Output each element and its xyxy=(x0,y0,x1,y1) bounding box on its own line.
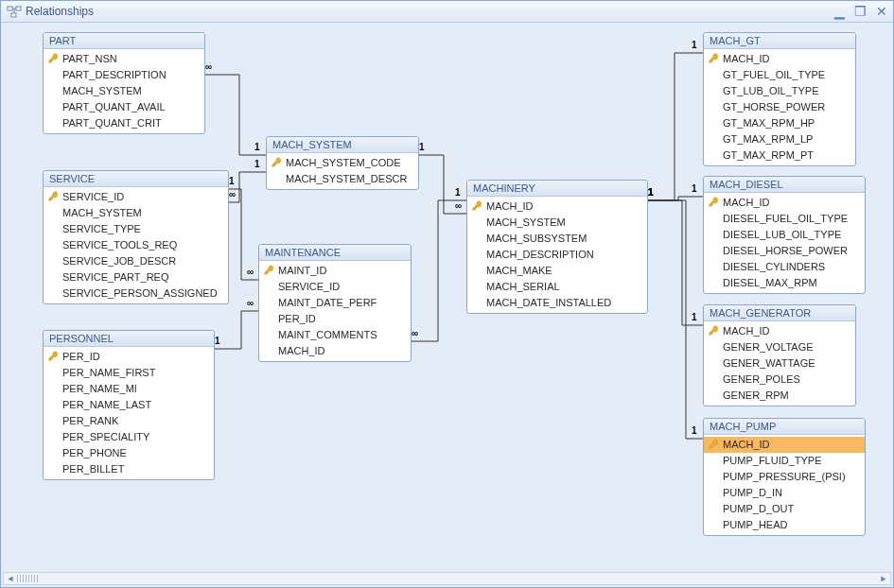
table-header[interactable]: MACH_GT xyxy=(704,33,855,49)
field-row[interactable]: SERVICE_TOOLS_REQ xyxy=(44,237,228,253)
horizontal-scrollbar[interactable]: ◄ ► xyxy=(3,572,891,585)
close-button[interactable]: ✕ xyxy=(876,5,887,18)
field-row[interactable]: MAINT_DATE_PERF xyxy=(259,295,411,311)
field-row[interactable]: GT_LUB_OIL_TYPE xyxy=(704,83,855,99)
field-name: MACH_SUBSYSTEM xyxy=(486,233,587,244)
table-body: MACH_IDGT_FUEL_OIL_TYPEGT_LUB_OIL_TYPEGT… xyxy=(704,49,855,165)
field-row[interactable]: MACH_SYSTEM xyxy=(44,83,204,99)
table-mach_generator[interactable]: MACH_GENERATORMACH_IDGENER_VOLTAGEGENER_… xyxy=(703,304,856,406)
table-header[interactable]: MACH_GENERATOR xyxy=(704,305,855,321)
field-row[interactable]: SERVICE_ID xyxy=(44,189,228,205)
field-row[interactable]: MACH_SYSTEM xyxy=(467,215,647,231)
field-row[interactable]: PER_NAME_LAST xyxy=(44,397,214,413)
titlebar[interactable]: Relationships ▁ ❐ ✕ xyxy=(1,1,893,23)
field-row[interactable]: MAINT_ID xyxy=(259,263,411,279)
field-row[interactable]: PART_NSN xyxy=(44,51,204,67)
field-row[interactable]: GT_MAX_RPM_LP xyxy=(704,131,855,147)
cardinality-label: ∞ xyxy=(455,200,462,211)
table-header[interactable]: MAINTENANCE xyxy=(259,245,411,261)
field-name: SERVICE_PART_REQ xyxy=(62,271,169,283)
field-row[interactable]: PART_DESCRIPTION xyxy=(44,67,204,83)
field-row[interactable]: MACH_SYSTEM xyxy=(44,205,228,221)
field-row[interactable]: PER_BILLET xyxy=(44,461,214,477)
field-row[interactable]: PUMP_HEAD xyxy=(704,517,865,533)
table-part[interactable]: PARTPART_NSNPART_DESCRIPTIONMACH_SYSTEMP… xyxy=(43,32,205,134)
field-name: MACH_SYSTEM xyxy=(486,216,566,228)
field-row[interactable]: MACH_DATE_INSTALLED xyxy=(467,295,647,311)
table-header[interactable]: MACHINERY xyxy=(467,181,647,197)
table-machinery[interactable]: MACHINERYMACH_IDMACH_SYSTEMMACH_SUBSYSTE… xyxy=(466,180,648,314)
field-row[interactable]: SERVICE_JOB_DESCR xyxy=(44,253,228,269)
table-mach_diesel[interactable]: MACH_DIESELMACH_IDDIESEL_FUEL_OIL_TYPEDI… xyxy=(703,176,866,294)
field-row[interactable]: MACH_ID xyxy=(704,437,865,453)
field-row[interactable]: MACH_ID xyxy=(704,195,865,211)
field-row[interactable]: MACH_ID xyxy=(704,323,855,339)
field-row[interactable]: PUMP_PRESSURE_(PSI) xyxy=(704,469,865,485)
field-row[interactable]: PART_QUANT_AVAIL xyxy=(44,99,204,115)
svg-rect-1 xyxy=(16,7,21,10)
field-row[interactable]: PART_QUANT_CRIT xyxy=(44,115,204,131)
field-row[interactable]: MACH_DESCRIPTION xyxy=(467,247,647,263)
table-header[interactable]: MACH_PUMP xyxy=(704,419,865,435)
field-row[interactable]: PER_PHONE xyxy=(44,445,214,461)
field-row[interactable]: MACH_SUBSYSTEM xyxy=(467,231,647,247)
field-name: MAINT_ID xyxy=(278,265,326,276)
restore-button[interactable]: ❐ xyxy=(854,5,867,18)
field-row[interactable]: SERVICE_PERSON_ASSIGNED xyxy=(44,285,228,302)
field-row[interactable]: SERVICE_PART_REQ xyxy=(44,269,228,285)
field-row[interactable]: DIESEL_HORSE_POWER xyxy=(704,243,865,259)
field-row[interactable]: GT_HORSE_POWER xyxy=(704,99,855,115)
table-header[interactable]: MACH_DIESEL xyxy=(704,177,865,193)
field-row[interactable]: DIESEL_CYLINDERS xyxy=(704,259,865,275)
field-row[interactable]: MACH_MAKE xyxy=(467,263,647,279)
field-row[interactable]: MACH_ID xyxy=(467,199,647,215)
field-row[interactable]: GENER_POLES xyxy=(704,372,855,388)
field-name: GENER_RPM xyxy=(723,389,789,401)
scroll-left-button[interactable]: ◄ xyxy=(4,574,17,583)
table-mach_gt[interactable]: MACH_GTMACH_IDGT_FUEL_OIL_TYPEGT_LUB_OIL… xyxy=(703,32,856,166)
field-row[interactable]: PER_SPECIALITY xyxy=(44,429,214,445)
scroll-grip[interactable] xyxy=(17,575,40,582)
field-row[interactable]: DIESEL_FUEL_OIL_TYPE xyxy=(704,211,865,227)
field-row[interactable]: PER_RANK xyxy=(44,413,214,429)
field-row[interactable]: PER_ID xyxy=(44,349,214,365)
field-row[interactable]: PER_ID xyxy=(259,311,411,327)
scroll-right-button[interactable]: ► xyxy=(877,574,890,583)
field-row[interactable]: GT_MAX_RPM_HP xyxy=(704,115,855,131)
scroll-track[interactable] xyxy=(17,574,877,583)
field-row[interactable]: SERVICE_TYPE xyxy=(44,221,228,237)
field-row[interactable]: MACH_ID xyxy=(704,51,855,67)
table-mach_pump[interactable]: MACH_PUMPMACH_IDPUMP_FLUID_TYPEPUMP_PRES… xyxy=(703,418,866,536)
table-header[interactable]: PART xyxy=(44,33,204,49)
field-row[interactable]: MACH_SERIAL xyxy=(467,279,647,295)
field-row[interactable]: MAINT_COMMENTS xyxy=(259,327,411,343)
field-row[interactable]: MACH_ID xyxy=(259,343,411,359)
field-name: PER_NAME_LAST xyxy=(62,399,151,410)
field-row[interactable]: PER_NAME_FIRST xyxy=(44,365,214,381)
field-row[interactable]: GT_MAX_RPM_PT xyxy=(704,147,855,164)
field-row[interactable]: GENER_WATTAGE xyxy=(704,355,855,372)
table-personnel[interactable]: PERSONNELPER_IDPER_NAME_FIRSTPER_NAME_MI… xyxy=(43,330,215,480)
field-row[interactable]: MACH_SYSTEM_DESCR xyxy=(267,171,418,187)
diagram-canvas[interactable]: PARTPART_NSNPART_DESCRIPTIONMACH_SYSTEMP… xyxy=(3,23,891,574)
field-row[interactable]: MACH_SYSTEM_CODE xyxy=(267,155,418,171)
field-row[interactable]: GENER_VOLTAGE xyxy=(704,339,855,355)
table-maintenance[interactable]: MAINTENANCEMAINT_IDSERVICE_IDMAINT_DATE_… xyxy=(258,244,412,362)
table-header[interactable]: PERSONNEL xyxy=(44,331,214,347)
field-name: PER_ID xyxy=(278,313,316,324)
field-row[interactable]: PUMP_D_IN xyxy=(704,485,865,501)
table-service[interactable]: SERVICESERVICE_IDMACH_SYSTEMSERVICE_TYPE… xyxy=(43,170,229,304)
table-mach_system[interactable]: MACH_SYSTEMMACH_SYSTEM_CODEMACH_SYSTEM_D… xyxy=(266,136,419,190)
field-row[interactable]: PER_NAME_MI xyxy=(44,381,214,397)
field-row[interactable]: DIESEL_LUB_OIL_TYPE xyxy=(704,227,865,243)
field-row[interactable]: PUMP_D_OUT xyxy=(704,501,865,517)
primary-key-icon xyxy=(263,264,274,275)
minimize-button[interactable]: ▁ xyxy=(834,5,845,18)
field-row[interactable]: GT_FUEL_OIL_TYPE xyxy=(704,67,855,83)
field-row[interactable]: PUMP_FLUID_TYPE xyxy=(704,453,865,469)
table-header[interactable]: SERVICE xyxy=(44,171,228,187)
field-row[interactable]: GENER_RPM xyxy=(704,388,855,404)
field-row[interactable]: DIESEL_MAX_RPM xyxy=(704,275,865,291)
table-header[interactable]: MACH_SYSTEM xyxy=(267,137,418,153)
field-row[interactable]: SERVICE_ID xyxy=(259,279,411,295)
